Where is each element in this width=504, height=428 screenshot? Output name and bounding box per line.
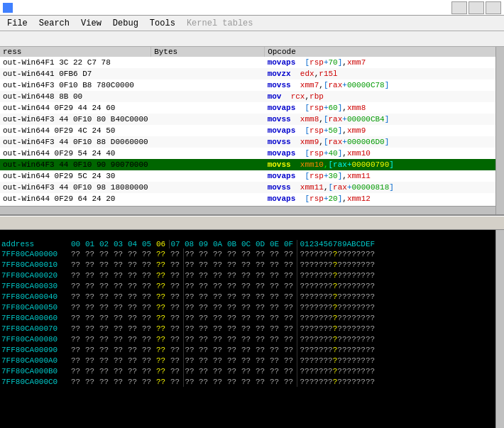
disasm-row[interactable]: out-Win64F1 3C 22 C7 78movaps [rsp+70],x… (0, 57, 504, 68)
disasm-row[interactable]: out-Win64F3 0F10 B8 780C0000movss xmm7,[… (0, 79, 504, 91)
hex-byte-1[interactable]: ?? (84, 355, 98, 366)
hex-byte-5[interactable]: ?? (141, 302, 155, 312)
hex-byte-9[interactable]: ?? (197, 323, 212, 334)
hex-byte-0[interactable]: ?? (70, 355, 84, 366)
hex-byte-12[interactable]: ?? (240, 355, 254, 366)
hex-byte-3[interactable]: ?? (112, 302, 126, 312)
hex-byte-12[interactable]: ?? (240, 323, 254, 334)
hex-byte-0[interactable]: ?? (70, 344, 84, 355)
hex-byte-6[interactable]: ?? (155, 344, 169, 355)
hex-byte-8[interactable]: ?? (183, 280, 197, 291)
hex-row[interactable]: 7FF80CA00060????????????????????????????… (0, 312, 504, 323)
hex-byte-5[interactable]: ?? (141, 323, 155, 334)
hex-byte-3[interactable]: ?? (112, 270, 126, 280)
hex-byte-15[interactable]: ?? (283, 376, 297, 387)
disasm-row[interactable]: out-Win644 0F29 64 24 20movaps [rsp+20],… (0, 193, 504, 204)
hex-byte-12[interactable]: ?? (240, 270, 254, 280)
hex-byte-2[interactable]: ?? (98, 270, 112, 280)
hex-byte-14[interactable]: ?? (268, 323, 283, 334)
hex-byte-14[interactable]: ?? (268, 291, 283, 302)
hex-byte-9[interactable]: ?? (197, 248, 212, 259)
hex-byte-14[interactable]: ?? (268, 248, 283, 259)
hex-byte-8[interactable]: ?? (183, 248, 197, 259)
disasm-scrollbar-h[interactable] (0, 206, 495, 214)
hex-byte-8[interactable]: ?? (183, 302, 197, 312)
hex-byte-14[interactable]: ?? (268, 259, 283, 270)
hex-byte-6[interactable]: ?? (155, 312, 169, 323)
hex-byte-9[interactable]: ?? (197, 270, 212, 280)
hex-byte-11[interactable]: ?? (226, 334, 240, 344)
hex-byte-12[interactable]: ?? (240, 248, 254, 259)
hex-byte-5[interactable]: ?? (141, 344, 155, 355)
hex-byte-0[interactable]: ?? (70, 248, 84, 259)
menu-search[interactable]: Search (33, 17, 75, 30)
hex-byte-14[interactable]: ?? (268, 376, 283, 387)
hex-byte-6[interactable]: ?? (155, 259, 169, 270)
hex-byte-14[interactable]: ?? (268, 302, 283, 312)
menu-kernel[interactable]: Kernel tables (181, 17, 259, 30)
hex-byte-2[interactable]: ?? (98, 355, 112, 366)
hex-byte-15[interactable]: ?? (283, 312, 297, 323)
hex-byte-1[interactable]: ?? (84, 312, 98, 323)
hex-byte-11[interactable]: ?? (226, 366, 240, 376)
hex-byte-13[interactable]: ?? (254, 270, 268, 280)
hex-byte-15[interactable]: ?? (283, 323, 297, 334)
hex-byte-0[interactable]: ?? (70, 312, 84, 323)
hex-byte-12[interactable]: ?? (240, 366, 254, 376)
hex-byte-3[interactable]: ?? (112, 312, 126, 323)
hex-byte-7[interactable]: ?? (169, 334, 183, 344)
disasm-row[interactable]: out-Win6441 0FB6 D7movzx edx,r15l (0, 68, 504, 79)
disasm-row[interactable]: out-Win644 0F29 44 24 60movaps [rsp+60],… (0, 102, 504, 114)
hex-byte-7[interactable]: ?? (169, 302, 183, 312)
hex-byte-5[interactable]: ?? (141, 355, 155, 366)
hex-byte-1[interactable]: ?? (84, 291, 98, 302)
hex-byte-8[interactable]: ?? (183, 366, 197, 376)
hex-byte-4[interactable]: ?? (126, 323, 141, 334)
hex-byte-3[interactable]: ?? (112, 248, 126, 259)
hex-byte-10[interactable]: ?? (212, 366, 226, 376)
hex-byte-1[interactable]: ?? (84, 270, 98, 280)
hex-byte-6[interactable]: ?? (155, 291, 169, 302)
disasm-row[interactable]: out-Win644 0F29 5C 24 30movaps [rsp+30],… (0, 170, 504, 182)
hex-byte-4[interactable]: ?? (126, 355, 141, 366)
hex-byte-3[interactable]: ?? (112, 291, 126, 302)
hex-byte-15[interactable]: ?? (283, 280, 297, 291)
disasm-scrollbar-v[interactable] (495, 47, 504, 214)
hex-byte-4[interactable]: ?? (126, 259, 141, 270)
hex-byte-3[interactable]: ?? (112, 355, 126, 366)
hex-byte-6[interactable]: ?? (155, 248, 169, 259)
hex-byte-1[interactable]: ?? (84, 334, 98, 344)
hex-byte-5[interactable]: ?? (141, 312, 155, 323)
hex-byte-5[interactable]: ?? (141, 291, 155, 302)
hex-byte-10[interactable]: ?? (212, 344, 226, 355)
hex-byte-14[interactable]: ?? (268, 280, 283, 291)
hex-byte-9[interactable]: ?? (197, 280, 212, 291)
hex-byte-1[interactable]: ?? (84, 248, 98, 259)
hex-byte-8[interactable]: ?? (183, 344, 197, 355)
hex-byte-13[interactable]: ?? (254, 334, 268, 344)
hex-byte-2[interactable]: ?? (98, 334, 112, 344)
hex-byte-2[interactable]: ?? (98, 259, 112, 270)
maximize-button[interactable] (469, 1, 484, 14)
hex-byte-4[interactable]: ?? (126, 312, 141, 323)
disasm-row[interactable]: out-Win64F3 44 0F10 88 D0060000movss xmm… (0, 136, 504, 148)
hex-byte-8[interactable]: ?? (183, 376, 197, 387)
hex-row[interactable]: 7FF80CA00050????????????????????????????… (0, 302, 504, 312)
hex-byte-15[interactable]: ?? (283, 248, 297, 259)
menu-debug[interactable]: Debug (107, 17, 144, 30)
hex-byte-2[interactable]: ?? (98, 312, 112, 323)
hex-byte-7[interactable]: ?? (169, 259, 183, 270)
hex-byte-12[interactable]: ?? (240, 376, 254, 387)
hex-row[interactable]: 7FF80CA00070????????????????????????????… (0, 323, 504, 334)
hex-byte-9[interactable]: ?? (197, 312, 212, 323)
hex-byte-0[interactable]: ?? (70, 366, 84, 376)
hex-byte-8[interactable]: ?? (183, 270, 197, 280)
hex-byte-4[interactable]: ?? (126, 248, 141, 259)
hex-byte-4[interactable]: ?? (126, 376, 141, 387)
hex-byte-13[interactable]: ?? (254, 312, 268, 323)
hex-byte-4[interactable]: ?? (126, 291, 141, 302)
hex-byte-8[interactable]: ?? (183, 334, 197, 344)
hex-byte-7[interactable]: ?? (169, 291, 183, 302)
menu-tools[interactable]: Tools (144, 17, 181, 30)
hex-byte-10[interactable]: ?? (212, 259, 226, 270)
